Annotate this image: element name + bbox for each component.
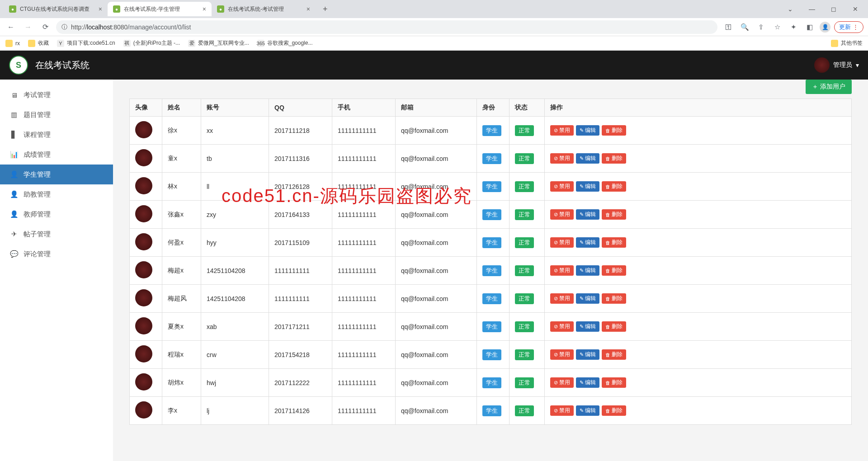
sidebar-item[interactable]: 👤 学生管理 [0,165,113,184]
tab-close-icon[interactable]: × [99,5,102,13]
delete-button[interactable]: 🗑删除 [602,293,626,304]
cell-avatar [130,341,162,369]
bookmark-star-icon[interactable]: ☆ [771,21,783,33]
nav-reload-icon[interactable]: ⟳ [39,21,52,33]
bookmark-item[interactable]: Y项目下载:code51.cn [57,39,115,47]
content-toolbar: ＋添加用户 [129,80,852,99]
trash-icon: 🗑 [605,324,610,329]
add-user-button[interactable]: ＋添加用户 [806,80,852,94]
delete-button[interactable]: 🗑删除 [602,209,626,220]
bookmark-item[interactable]: 爱爱微网_互联网专业... [188,39,249,47]
disable-button[interactable]: ⊘禁用 [550,349,574,360]
delete-button[interactable]: 🗑删除 [602,237,626,248]
sidebar-item[interactable]: ▥ 题目管理 [0,105,113,125]
edit-button[interactable]: ✎编辑 [576,349,599,360]
disable-button[interactable]: ⊘禁用 [550,293,574,304]
edit-icon: ✎ [580,268,584,273]
delete-button[interactable]: 🗑删除 [602,153,626,164]
delete-button[interactable]: 🗑删除 [602,349,626,360]
edit-button[interactable]: ✎编辑 [576,321,599,332]
edit-icon: ✎ [580,324,584,329]
cell-email: qq@foxmail.com [396,285,477,313]
sidebar-item[interactable]: 🖥 考试管理 [0,85,113,105]
other-bookmarks[interactable]: 其他书签 [831,39,863,47]
disable-button[interactable]: ⊘禁用 [550,125,574,136]
browser-tab[interactable]: ● 在线考试系统-考试管理 × [212,2,316,16]
sidebar-item[interactable]: ▋ 课程管理 [0,125,113,145]
cell-avatar [130,201,162,229]
delete-button[interactable]: 🗑删除 [602,181,626,192]
disable-button[interactable]: ⊘禁用 [550,377,574,388]
cell-avatar [130,257,162,285]
cell-role: 学生 [477,369,509,397]
header-user-menu[interactable]: 管理员 ▾ [814,57,859,73]
edit-button[interactable]: ✎编辑 [576,209,599,220]
bookmark-item[interactable]: 365谷歌搜索_google... [257,39,313,47]
search-icon[interactable]: 🔍 [738,21,751,33]
tab-close-icon[interactable]: × [307,5,310,13]
window-minimize-icon[interactable]: ― [803,2,821,16]
edit-button[interactable]: ✎编辑 [576,125,599,136]
bookmark-item[interactable]: rx [5,39,20,47]
sidebar-item[interactable]: 👤 教师管理 [0,204,113,224]
bookmark-label: rx [15,40,20,47]
disable-button[interactable]: ⊘禁用 [550,181,574,192]
profile-avatar-icon[interactable]: 👤 [820,22,830,33]
tab-close-icon[interactable]: × [203,5,206,13]
table-row: 何盈x hyy 2017115109 11111111111 qq@foxmai… [130,229,852,257]
disable-button[interactable]: ⊘禁用 [550,153,574,164]
delete-button[interactable]: 🗑删除 [602,321,626,332]
extensions-icon[interactable]: ✦ [787,21,800,33]
bookmark-item[interactable]: 祺(全新)RiPro主题 -... [123,39,180,47]
delete-button[interactable]: 🗑删除 [602,125,626,136]
side-panel-icon[interactable]: ◧ [803,21,816,33]
window-close-icon[interactable]: ✕ [846,2,864,16]
role-badge: 学生 [482,125,501,136]
edit-button[interactable]: ✎编辑 [576,293,599,304]
edit-button[interactable]: ✎编辑 [576,237,599,248]
edit-button[interactable]: ✎编辑 [576,377,599,388]
tab-favicon-icon: ● [113,5,120,13]
nav-forward-icon[interactable]: → [22,21,34,33]
trash-icon: 🗑 [605,156,610,161]
cell-status: 正常 [509,229,545,257]
sidebar-item[interactable]: 📊 成绩管理 [0,145,113,165]
ban-icon: ⊘ [554,183,558,189]
app-logo-icon: S [9,56,28,75]
cell-name: 程瑞x [162,341,201,369]
url-input[interactable]: ⓘ http://localhost:8080/manage/account/0… [56,20,717,34]
sidebar-item[interactable]: 👤 助教管理 [0,184,113,204]
disable-button[interactable]: ⊘禁用 [550,265,574,276]
disable-button[interactable]: ⊘禁用 [550,237,574,248]
site-info-icon[interactable]: ⓘ [61,23,67,31]
th-avatar: 头像 [130,99,162,117]
window-maximize-icon[interactable]: ◻ [825,2,843,16]
new-tab-button[interactable]: + [319,3,331,16]
disable-button[interactable]: ⊘禁用 [550,209,574,220]
browser-update-button[interactable]: 更新 ⋮ [834,21,863,33]
bookmark-item[interactable]: 收藏 [28,39,49,47]
sidebar-item[interactable]: ✈ 帖子管理 [0,224,113,244]
edit-button[interactable]: ✎编辑 [576,265,599,276]
row-avatar-icon [135,345,152,362]
password-key-icon[interactable]: ⚿ [722,21,735,33]
cell-email: qq@foxmail.com [396,229,477,257]
share-icon[interactable]: ⇪ [755,21,767,33]
nav-back-icon[interactable]: ← [5,21,17,33]
window-dropdown-icon[interactable]: ⌄ [781,2,799,16]
delete-button[interactable]: 🗑删除 [602,405,626,416]
delete-button[interactable]: 🗑删除 [602,377,626,388]
edit-button[interactable]: ✎编辑 [576,181,599,192]
cell-account: tb [201,145,269,173]
edit-button[interactable]: ✎编辑 [576,153,599,164]
sidebar-item[interactable]: 💬 评论管理 [0,244,113,264]
edit-button[interactable]: ✎编辑 [576,405,599,416]
browser-tab[interactable]: ● CTGU在线考试系统问卷调查 × [4,2,108,16]
disable-button[interactable]: ⊘禁用 [550,321,574,332]
bookmark-favicon-icon: Y [57,40,64,47]
disable-button[interactable]: ⊘禁用 [550,405,574,416]
delete-button[interactable]: 🗑删除 [602,265,626,276]
cell-account: xx [201,117,269,145]
browser-tab[interactable]: ● 在线考试系统-学生管理 × [108,2,212,16]
cell-status: 正常 [509,201,545,229]
